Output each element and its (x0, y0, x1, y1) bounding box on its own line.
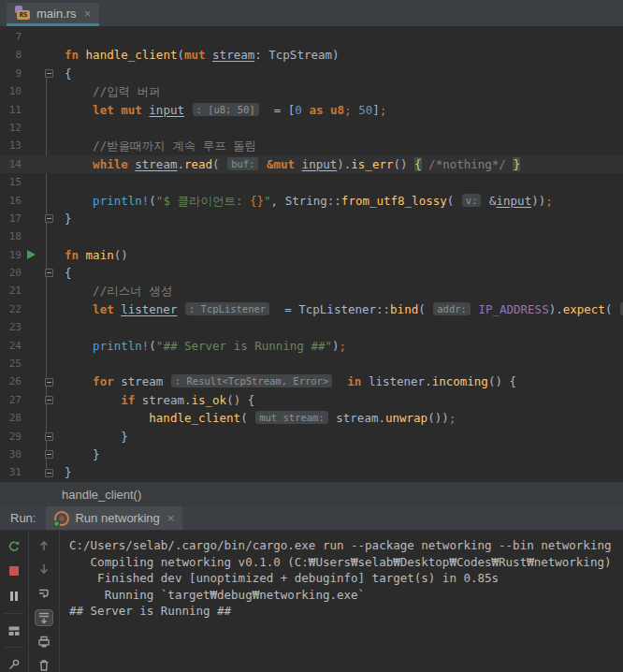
code-text: } (57, 210, 72, 227)
fold-start-icon[interactable] (45, 396, 53, 404)
scroll-down-icon[interactable] (35, 562, 53, 577)
run-console-panel: C:/Users/selab/.cargo/bin/cargo.exe run … (0, 530, 623, 672)
console-line: ## Server is Running ## (69, 603, 623, 620)
code-text (57, 119, 65, 137)
code-line[interactable]: 31} (0, 463, 623, 481)
console-line: C:/Users/selab/.cargo/bin/cargo.exe run … (69, 537, 623, 554)
stop-icon[interactable] (5, 563, 23, 580)
code-line[interactable]: 15 (0, 173, 623, 191)
code-text: fn handle_client(mut stream: TcpStream) (57, 46, 340, 64)
code-editor[interactable]: 78fn handle_client(mut stream: TcpStream… (0, 26, 623, 482)
close-icon[interactable]: × (84, 7, 92, 21)
line-number: 10 (0, 82, 22, 100)
run-label: Run: (0, 506, 46, 530)
fold-end-icon[interactable] (45, 432, 53, 441)
run-toolwindow-header: Run: Run networking × (0, 506, 623, 530)
fold-end-icon[interactable] (45, 469, 53, 477)
cargo-run-icon (54, 511, 69, 526)
code-line[interactable]: 11 let mut input : [u8; 50] = [0 as u8; … (0, 101, 623, 119)
code-text: //리스너 생성 (57, 282, 172, 299)
line-number: 9 (0, 65, 22, 82)
code-text (57, 173, 65, 191)
code-text: if stream.is_ok() { (57, 391, 254, 409)
code-text: { (57, 65, 72, 82)
pause-icon[interactable] (5, 588, 23, 605)
code-line[interactable]: 28 handle_client( mut stream: stream.unw… (0, 409, 623, 427)
restore-layout-icon[interactable] (5, 622, 23, 639)
fold-start-icon[interactable] (45, 269, 53, 277)
line-number: 20 (0, 264, 22, 282)
fold-start-icon[interactable] (45, 69, 53, 78)
code-text (57, 227, 65, 245)
fold-end-icon[interactable] (45, 450, 53, 459)
fold-end-icon[interactable] (45, 214, 53, 223)
line-number: 19 (0, 246, 22, 264)
console-line: Running `target₩debug₩networking.exe` (69, 587, 623, 604)
code-line[interactable]: 13 //받을때까지 계속 루프 돌림 (0, 137, 623, 154)
run-main-gutter-icon[interactable] (27, 250, 36, 259)
line-number: 8 (0, 46, 22, 64)
code-text: let mut input : [u8; 50] = [0 as u8; 50]… (57, 101, 386, 119)
code-text: println!("$ 클라이언트: {}", String::from_utf… (57, 192, 553, 210)
code-line[interactable]: 8fn handle_client(mut stream: TcpStream) (0, 46, 623, 64)
print-icon[interactable] (35, 635, 53, 650)
code-text (57, 28, 65, 46)
line-number: 18 (0, 227, 22, 245)
breadcrumb-item[interactable]: handle_client() (62, 488, 141, 502)
line-number: 21 (0, 282, 22, 299)
code-line[interactable]: 30 } (0, 446, 623, 463)
code-line[interactable]: 17} (0, 210, 623, 227)
console-output[interactable]: C:/Users/selab/.cargo/bin/cargo.exe run … (60, 531, 623, 672)
run-tab-title: Run networking (75, 511, 159, 525)
line-number: 13 (0, 137, 22, 154)
breadcrumb: handle_client() (0, 482, 623, 506)
code-line[interactable]: 29 } (0, 428, 623, 446)
rerun-icon[interactable] (5, 538, 23, 555)
code-line[interactable]: 14 while stream.read( buf: &mut input).i… (0, 155, 623, 173)
code-line[interactable]: 16 println!("$ 클라이언트: {}", String::from_… (0, 192, 623, 210)
line-number: 30 (0, 446, 22, 463)
code-text: while stream.read( buf: &mut input).is_e… (57, 155, 520, 173)
code-line[interactable]: 18 (0, 227, 623, 245)
line-number: 26 (0, 373, 22, 390)
line-number: 16 (0, 192, 22, 210)
fold-start-icon[interactable] (45, 378, 53, 387)
code-text: let listener : TcpListener = TcpListener… (57, 300, 623, 318)
code-line[interactable]: 12 (0, 119, 623, 137)
console-line: Finished dev [unoptimized + debuginfo] t… (69, 570, 623, 587)
line-number: 7 (0, 28, 22, 46)
scroll-up-icon[interactable] (35, 538, 53, 553)
code-line[interactable]: 9{ (0, 65, 623, 82)
tab-main-rs[interactable]: RS main.rs × (7, 3, 99, 26)
console-toolbar (0, 531, 60, 672)
scroll-to-end-icon[interactable] (35, 609, 53, 626)
code-text: { (57, 264, 72, 282)
line-number: 14 (0, 155, 22, 173)
soft-wrap-icon[interactable] (35, 585, 53, 600)
close-icon[interactable]: × (167, 511, 175, 525)
inlay-hint: v: (462, 194, 482, 207)
code-line[interactable]: 19fn main() (0, 246, 623, 264)
code-line[interactable]: 23 (0, 318, 623, 336)
code-line[interactable]: 24 println!("## Server is Running ##"); (0, 337, 623, 355)
pin-icon[interactable] (5, 656, 23, 672)
code-line[interactable]: 26 for stream : Result<TcpStream, Error>… (0, 373, 623, 390)
code-line[interactable]: 27 if stream.is_ok() { (0, 391, 623, 409)
line-number: 23 (0, 318, 22, 336)
code-text: } (57, 463, 72, 481)
code-line[interactable]: 10 //입력 버퍼 (0, 82, 623, 100)
code-line[interactable]: 20{ (0, 264, 623, 282)
clear-all-icon[interactable] (35, 658, 53, 672)
code-line[interactable]: 7 (0, 28, 623, 46)
code-text: } (57, 428, 128, 446)
toolbar-separator (5, 647, 23, 648)
code-text: //입력 버퍼 (57, 82, 161, 100)
code-line[interactable]: 22 let listener : TcpListener = TcpListe… (0, 300, 623, 318)
line-number: 31 (0, 463, 22, 481)
code-text: handle_client( mut stream: stream.unwrap… (57, 409, 456, 427)
editor-lines: 78fn handle_client(mut stream: TcpStream… (0, 28, 623, 482)
inlay-hint: addr: (433, 302, 471, 315)
code-line[interactable]: 25 (0, 355, 623, 373)
code-line[interactable]: 21 //리스너 생성 (0, 282, 623, 299)
run-tab-networking[interactable]: Run networking × (46, 506, 182, 530)
